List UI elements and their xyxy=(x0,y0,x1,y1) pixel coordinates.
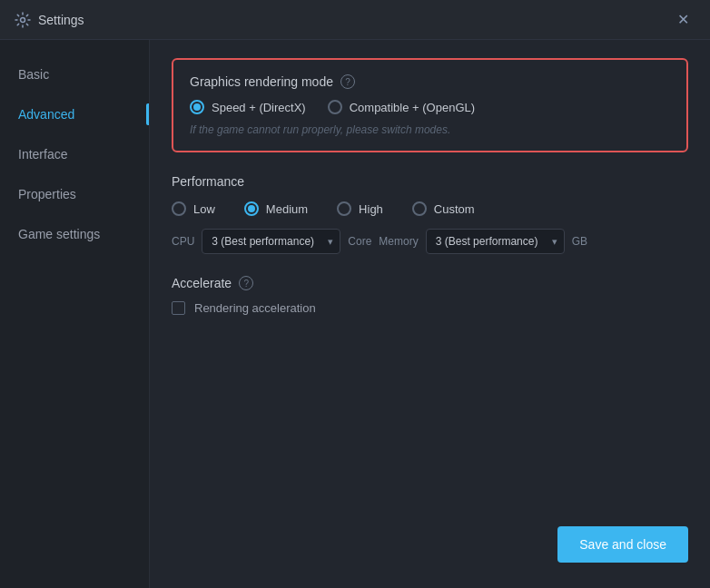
speed-directx-option[interactable]: Speed + (DirectX) xyxy=(190,100,306,114)
graphics-rendering-section: Graphics rendering mode ? Speed + (Direc… xyxy=(172,58,688,152)
gb-label: GB xyxy=(572,235,587,248)
high-option[interactable]: High xyxy=(337,201,383,216)
content-area: Graphics rendering mode ? Speed + (Direc… xyxy=(150,40,710,588)
memory-label: Memory xyxy=(379,235,418,248)
rendering-acceleration-label: Rendering acceleration xyxy=(194,301,316,315)
medium-radio[interactable] xyxy=(244,201,259,216)
high-radio[interactable] xyxy=(337,201,351,216)
save-close-button[interactable]: Save and close xyxy=(557,526,688,563)
rendering-acceleration-row[interactable]: Rendering acceleration xyxy=(172,301,688,315)
performance-radio-row: Low Medium High Custom xyxy=(172,201,688,216)
medium-option[interactable]: Medium xyxy=(244,201,308,216)
rendering-acceleration-checkbox[interactable] xyxy=(172,301,185,315)
title-bar: Settings ✕ xyxy=(0,0,710,40)
compatible-opengl-radio[interactable] xyxy=(328,100,342,114)
sidebar-item-advanced[interactable]: Advanced xyxy=(0,94,149,134)
performance-section: Performance Low Medium High Custom xyxy=(172,174,688,254)
accelerate-title: Accelerate ? xyxy=(172,276,688,290)
custom-radio[interactable] xyxy=(412,201,427,216)
title-bar-left: Settings xyxy=(15,12,84,28)
sidebar-item-basic[interactable]: Basic xyxy=(0,54,149,94)
cpu-label: CPU xyxy=(172,235,194,248)
graphics-section-title: Graphics rendering mode ? xyxy=(190,74,670,89)
sidebar-item-interface[interactable]: Interface xyxy=(0,134,149,174)
sidebar: Basic Advanced Interface Properties Game… xyxy=(0,40,150,588)
close-button[interactable]: ✕ xyxy=(670,7,695,33)
sidebar-item-properties[interactable]: Properties xyxy=(0,174,149,214)
core-label: Core xyxy=(348,235,371,248)
svg-point-0 xyxy=(21,17,25,22)
performance-controls: CPU 3 (Best performance) 1 2 4 Core Memo… xyxy=(172,229,688,254)
custom-option[interactable]: Custom xyxy=(412,201,475,216)
graphics-hint-text: If the game cannot run properly, please … xyxy=(190,123,670,136)
memory-select[interactable]: 3 (Best performance) 1 2 4 xyxy=(426,229,565,254)
low-radio[interactable] xyxy=(172,201,186,216)
accelerate-section: Accelerate ? Rendering acceleration xyxy=(172,276,688,315)
window-title: Settings xyxy=(38,13,84,27)
accelerate-help-icon[interactable]: ? xyxy=(239,276,253,290)
cpu-select-wrapper: 3 (Best performance) 1 2 4 xyxy=(202,229,340,254)
compatible-opengl-option[interactable]: Compatible + (OpenGL) xyxy=(328,100,475,114)
speed-directx-radio[interactable] xyxy=(190,100,204,114)
graphics-radio-group: Speed + (DirectX) Compatible + (OpenGL) xyxy=(190,100,670,114)
main-layout: Basic Advanced Interface Properties Game… xyxy=(0,40,710,588)
sidebar-item-game-settings[interactable]: Game settings xyxy=(0,214,149,254)
settings-icon xyxy=(15,12,31,28)
performance-title: Performance xyxy=(172,174,688,189)
graphics-help-icon[interactable]: ? xyxy=(340,74,355,89)
low-option[interactable]: Low xyxy=(172,201,215,216)
cpu-select[interactable]: 3 (Best performance) 1 2 4 xyxy=(202,229,340,254)
memory-select-wrapper: 3 (Best performance) 1 2 4 xyxy=(426,229,565,254)
